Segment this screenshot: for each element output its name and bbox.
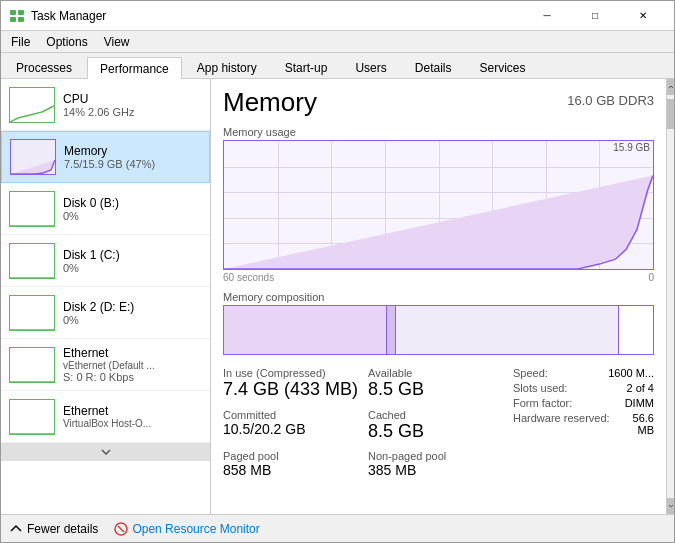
paged-value: 858 MB bbox=[223, 462, 364, 479]
tabs-bar: Processes Performance App history Start-… bbox=[1, 53, 674, 79]
in-use-label: In use (Compressed) bbox=[223, 367, 364, 379]
disk2-item-value: 0% bbox=[63, 314, 202, 326]
cpu-item-value: 14% 2.06 GHz bbox=[63, 106, 202, 118]
speed-value: 1600 M... bbox=[608, 367, 654, 379]
ethernet1-item-value: S: 0 R: 0 Kbps bbox=[63, 371, 202, 383]
menu-file[interactable]: File bbox=[3, 33, 38, 51]
stat-cached: Cached 8.5 GB bbox=[368, 409, 509, 443]
stat-in-use: In use (Compressed) 7.4 GB (433 MB) bbox=[223, 367, 364, 401]
menu-view[interactable]: View bbox=[96, 33, 138, 51]
title-bar: Task Manager ─ □ ✕ bbox=[1, 1, 674, 31]
speed-label: Speed: bbox=[513, 367, 548, 379]
task-manager-window: Task Manager ─ □ ✕ File Options View Pro… bbox=[0, 0, 675, 543]
svg-rect-1 bbox=[18, 10, 24, 15]
svg-rect-3 bbox=[18, 17, 24, 22]
usage-max-label: 15.9 GB bbox=[613, 142, 650, 153]
main-subtitle: 16.0 GB DDR3 bbox=[567, 93, 654, 108]
close-button[interactable]: ✕ bbox=[620, 1, 666, 31]
available-value: 8.5 GB bbox=[368, 379, 509, 401]
form-row: Form factor: DIMM bbox=[513, 397, 654, 409]
chart-time-labels: 60 seconds 0 bbox=[223, 272, 654, 283]
comp-modified bbox=[387, 306, 396, 354]
menu-bar: File Options View bbox=[1, 31, 674, 53]
ethernet2-graph bbox=[9, 399, 55, 435]
comp-free bbox=[619, 306, 653, 354]
tab-processes[interactable]: Processes bbox=[3, 56, 85, 78]
right-stats: Speed: 1600 M... Slots used: 2 of 4 Form… bbox=[513, 367, 654, 479]
in-use-value: 7.4 GB (433 MB) bbox=[223, 379, 364, 401]
disk1-graph bbox=[9, 243, 55, 279]
tab-startup[interactable]: Start-up bbox=[272, 56, 341, 78]
maximize-button[interactable]: □ bbox=[572, 1, 618, 31]
hardware-label: Hardware reserved: bbox=[513, 412, 610, 436]
svg-rect-0 bbox=[10, 10, 16, 15]
scroll-thumb[interactable] bbox=[667, 99, 675, 129]
disk2-item-name: Disk 2 (D: E:) bbox=[63, 300, 202, 314]
comp-in-use bbox=[224, 306, 387, 354]
stats-grid: In use (Compressed) 7.4 GB (433 MB) Avai… bbox=[223, 367, 654, 479]
hardware-value: 56.6 MB bbox=[618, 412, 654, 436]
slots-value: 2 of 4 bbox=[626, 382, 654, 394]
sidebar-item-ethernet2[interactable]: Ethernet VirtualBox Host-O... bbox=[1, 391, 210, 443]
chart-time-end: 0 bbox=[648, 272, 654, 283]
content-area: CPU 14% 2.06 GHz Memory 7.5/15.9 GB (47%… bbox=[1, 79, 674, 514]
memory-item-value: 7.5/15.9 GB (47%) bbox=[64, 158, 201, 170]
memory-item-name: Memory bbox=[64, 144, 201, 158]
hardware-row: Hardware reserved: 56.6 MB bbox=[513, 412, 654, 436]
chevron-up-icon bbox=[9, 522, 23, 536]
cpu-graph bbox=[9, 87, 55, 123]
usage-chart-label: Memory usage bbox=[223, 126, 654, 138]
tab-performance[interactable]: Performance bbox=[87, 57, 182, 79]
form-label: Form factor: bbox=[513, 397, 572, 409]
sidebar-item-memory[interactable]: Memory 7.5/15.9 GB (47%) bbox=[1, 131, 210, 183]
disk0-item-value: 0% bbox=[63, 210, 202, 222]
ethernet1-item-name: Ethernet bbox=[63, 346, 202, 360]
title-bar-left: Task Manager bbox=[9, 8, 106, 24]
tab-users[interactable]: Users bbox=[342, 56, 399, 78]
composition-chart bbox=[223, 305, 654, 355]
committed-label: Committed bbox=[223, 409, 364, 421]
cpu-item-text: CPU 14% 2.06 GHz bbox=[63, 92, 202, 118]
ethernet1-item-text: Ethernet vEthernet (Default ... S: 0 R: … bbox=[63, 346, 202, 383]
scroll-up-btn[interactable] bbox=[667, 79, 675, 95]
sidebar-item-disk2[interactable]: Disk 2 (D: E:) 0% bbox=[1, 287, 210, 339]
svg-rect-2 bbox=[10, 17, 16, 22]
sidebar-item-cpu[interactable]: CPU 14% 2.06 GHz bbox=[1, 79, 210, 131]
composition-label: Memory composition bbox=[223, 291, 654, 303]
cpu-item-name: CPU bbox=[63, 92, 202, 106]
sidebar-item-disk0[interactable]: Disk 0 (B:) 0% bbox=[1, 183, 210, 235]
stat-non-paged: Non-paged pool 385 MB bbox=[368, 450, 509, 479]
disk2-graph bbox=[9, 295, 55, 331]
stat-paged: Paged pool 858 MB bbox=[223, 450, 364, 479]
memory-graph bbox=[10, 139, 56, 175]
cached-value: 8.5 GB bbox=[368, 421, 509, 443]
disk0-graph bbox=[9, 191, 55, 227]
tab-details[interactable]: Details bbox=[402, 56, 465, 78]
tab-app-history[interactable]: App history bbox=[184, 56, 270, 78]
scroll-down-btn[interactable] bbox=[667, 498, 675, 514]
non-paged-label: Non-paged pool bbox=[368, 450, 509, 462]
stat-committed: Committed 10.5/20.2 GB bbox=[223, 409, 364, 443]
main-scrollbar[interactable] bbox=[666, 79, 674, 514]
menu-options[interactable]: Options bbox=[38, 33, 95, 51]
disk1-item-name: Disk 1 (C:) bbox=[63, 248, 202, 262]
sidebar-item-disk1[interactable]: Disk 1 (C:) 0% bbox=[1, 235, 210, 287]
ethernet2-sublabel: VirtualBox Host-O... bbox=[63, 418, 202, 429]
sidebar-item-ethernet1[interactable]: Ethernet vEthernet (Default ... S: 0 R: … bbox=[1, 339, 210, 391]
open-monitor-button[interactable]: Open Resource Monitor bbox=[114, 522, 259, 536]
disk0-item-text: Disk 0 (B:) 0% bbox=[63, 196, 202, 222]
window-title: Task Manager bbox=[31, 9, 106, 23]
comp-standby bbox=[396, 306, 619, 354]
ethernet2-item-text: Ethernet VirtualBox Host-O... bbox=[63, 404, 202, 429]
committed-value: 10.5/20.2 GB bbox=[223, 421, 364, 438]
fewer-details-label: Fewer details bbox=[27, 522, 98, 536]
memory-item-text: Memory 7.5/15.9 GB (47%) bbox=[64, 144, 201, 170]
main-header: Memory 16.0 GB DDR3 bbox=[223, 87, 654, 118]
ethernet1-graph bbox=[9, 347, 55, 383]
slots-row: Slots used: 2 of 4 bbox=[513, 382, 654, 394]
disk2-item-text: Disk 2 (D: E:) 0% bbox=[63, 300, 202, 326]
minimize-button[interactable]: ─ bbox=[524, 1, 570, 31]
sidebar-scroll-down[interactable] bbox=[1, 443, 210, 461]
tab-services[interactable]: Services bbox=[466, 56, 538, 78]
fewer-details-button[interactable]: Fewer details bbox=[9, 522, 98, 536]
